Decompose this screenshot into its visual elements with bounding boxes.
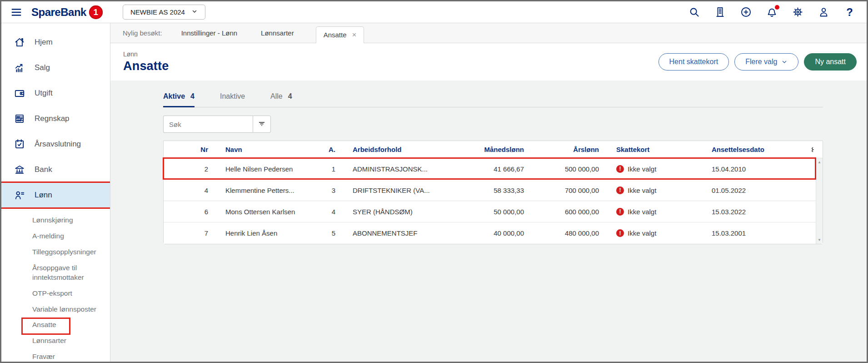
add-circle-icon[interactable] bbox=[740, 6, 752, 18]
home-icon bbox=[14, 36, 25, 48]
sidebar-item-salg[interactable]: Salg bbox=[1, 55, 110, 81]
cell-navn: Helle Nilsen Pedersen bbox=[212, 165, 314, 173]
column-header-manedslonn[interactable]: Månedslønn bbox=[453, 146, 528, 153]
column-header-navn[interactable]: Navn bbox=[212, 146, 314, 153]
table-body: 2Helle Nilsen Pedersen1ADMINISTRASJONSK.… bbox=[164, 158, 823, 244]
sidebar-subitem-lonnskjoring[interactable]: Lønnskjøring bbox=[1, 212, 110, 228]
cell-skattekort: !Ikke valgt bbox=[603, 229, 698, 237]
close-icon[interactable]: × bbox=[352, 30, 357, 40]
cell-arslonn: 500 000,00 bbox=[528, 165, 603, 173]
cell-ansettelsesdato: 15.03.2001 bbox=[698, 229, 812, 237]
cell-arbeidsforhold: SYER (HÅNDSØM) bbox=[339, 208, 453, 216]
cell-ansettelsesdato: 15.03.2022 bbox=[698, 208, 812, 216]
sidebar-subitem-tilleggsopplysninger[interactable]: Tilleggsopplysninger bbox=[1, 244, 110, 260]
column-settings-cell bbox=[812, 145, 827, 154]
sidebar-item-utgift[interactable]: Utgift bbox=[1, 81, 110, 106]
cell-arbeidsforhold: DRIFTSTEKNIKER (VA... bbox=[339, 187, 453, 194]
building-icon[interactable] bbox=[714, 6, 726, 18]
tab-count: 4 bbox=[190, 92, 195, 101]
sidebar-subitem-lonnsarter[interactable]: Lønnsarter bbox=[1, 333, 110, 349]
flere-valg-button[interactable]: Flere valg bbox=[734, 53, 798, 71]
cell-arbeidsforhold: ADMINISTRASJONSK... bbox=[339, 165, 453, 173]
sidebar-item-hjem[interactable]: Hjem bbox=[1, 30, 110, 55]
cell-manedslonn: 41 666,67 bbox=[453, 165, 528, 173]
menu-icon[interactable] bbox=[10, 6, 22, 18]
sparebank1-logo: SpareBank 1 bbox=[31, 5, 103, 19]
sidebar-item-label: Bank bbox=[35, 165, 52, 174]
sidebar-items: HjemSalgUtgiftRegnskapÅrsavslutningBankL… bbox=[1, 30, 110, 208]
sidebar-subitem-otp-eksport[interactable]: OTP-eksport bbox=[1, 286, 110, 302]
chevron-down-icon bbox=[781, 59, 788, 65]
scroll-up-icon[interactable]: ▲ bbox=[816, 160, 823, 164]
tab-aktive[interactable]: Aktive4 bbox=[163, 92, 195, 107]
cell-arslonn: 600 000,00 bbox=[528, 208, 603, 216]
table-scrollbar[interactable]: ▲ ▼ bbox=[816, 158, 823, 244]
breadcrumb: Lønn bbox=[123, 50, 169, 58]
column-header-ansettelsesdato[interactable]: Ansettelsesdato bbox=[698, 146, 812, 153]
column-header-a[interactable]: A. bbox=[314, 146, 339, 153]
recent-link-innstillinger-lonn[interactable]: Innstillinger - Lønn bbox=[181, 29, 237, 37]
tab-ansatte-label: Ansatte bbox=[324, 31, 347, 39]
table-row-employee-2[interactable]: 2Helle Nilsen Pedersen1ADMINISTRASJONSK.… bbox=[164, 158, 823, 180]
table-header-row: NrNavnA.ArbeidsforholdMånedslønnÅrslønnS… bbox=[164, 141, 823, 158]
cell-nr: 4 bbox=[164, 187, 212, 194]
page-title: Ansatte bbox=[123, 59, 169, 73]
table-row-employee-4[interactable]: 4Klemmentine Petters...3DRIFTSTEKNIKER (… bbox=[164, 180, 823, 201]
logo-badge: 1 bbox=[89, 5, 103, 19]
recent-links: Innstillinger - LønnLønnsarter bbox=[181, 29, 294, 37]
user-icon[interactable] bbox=[818, 6, 830, 18]
cell-nr: 2 bbox=[164, 165, 212, 173]
sales-icon bbox=[14, 62, 25, 74]
skattekort-status: Ikke valgt bbox=[628, 208, 656, 216]
cell-nr: 7 bbox=[164, 229, 212, 237]
column-header-arslonn[interactable]: Årslønn bbox=[528, 146, 603, 153]
tab-label: Inaktive bbox=[220, 92, 245, 101]
table-row-employee-6[interactable]: 6Mons Ottersen Karlsen4SYER (HÅNDSØM)50 … bbox=[164, 201, 823, 222]
sidebar-subitem-a-melding[interactable]: A-melding bbox=[1, 228, 110, 244]
hent-skattekort-button[interactable]: Hent skattekort bbox=[658, 53, 729, 71]
notifications-icon[interactable] bbox=[766, 6, 778, 18]
tab-inaktive[interactable]: Inaktive bbox=[220, 92, 245, 107]
column-header-arbeidsforhold[interactable]: Arbeidsforhold bbox=[339, 146, 453, 153]
sidebar: HjemSalgUtgiftRegnskapÅrsavslutningBankL… bbox=[1, 23, 110, 362]
flere-valg-label: Flere valg bbox=[745, 58, 777, 66]
column-header-skattekort[interactable]: Skattekort bbox=[603, 146, 698, 153]
sidebar-item-lonn[interactable]: Lønn bbox=[1, 182, 110, 208]
ny-ansatt-label: Ny ansatt bbox=[815, 58, 846, 66]
cell-a: 3 bbox=[314, 187, 339, 194]
chevron-down-icon bbox=[191, 8, 198, 16]
scroll-down-icon[interactable]: ▼ bbox=[816, 238, 823, 242]
recent-label: Nylig besøkt: bbox=[123, 29, 162, 37]
recent-link-lonnsarter[interactable]: Lønnsarter bbox=[261, 29, 294, 37]
search-icon[interactable] bbox=[688, 6, 700, 18]
cell-skattekort: !Ikke valgt bbox=[603, 187, 698, 194]
tabs-divider bbox=[163, 107, 823, 107]
sidebar-item-arsavslutning[interactable]: Årsavslutning bbox=[1, 131, 110, 157]
sidebar-subitem-arsoppgave-til-inntektsmottaker[interactable]: Årsoppgave til inntektsmottaker bbox=[1, 260, 110, 286]
company-year-selector[interactable]: NEWBIE AS 2024 bbox=[123, 5, 205, 20]
sidebar-subitem-variable-lonnsposter[interactable]: Variable lønnsposter bbox=[1, 302, 110, 318]
help-icon[interactable]: ? bbox=[843, 6, 856, 18]
topbar: SpareBank 1 NEWBIE AS 2024 ? bbox=[1, 1, 867, 23]
ny-ansatt-button[interactable]: Ny ansatt bbox=[804, 53, 857, 71]
tab-ansatte[interactable]: Ansatte × bbox=[316, 26, 364, 43]
settings-icon[interactable] bbox=[792, 6, 804, 18]
skattekort-status: Ikke valgt bbox=[628, 229, 656, 237]
payroll-icon bbox=[14, 189, 25, 201]
sidebar-subitem-ansatte[interactable]: Ansatte bbox=[1, 317, 110, 333]
gear-icon[interactable] bbox=[812, 145, 815, 154]
table-row-employee-7[interactable]: 7Henrik Lien Åsen5ABONNEMENTSJEF40 000,0… bbox=[164, 222, 823, 244]
search-input[interactable] bbox=[163, 116, 253, 133]
cell-navn: Henrik Lien Åsen bbox=[212, 229, 314, 237]
cell-arbeidsforhold: ABONNEMENTSJEF bbox=[339, 229, 453, 237]
sidebar-item-regnskap[interactable]: Regnskap bbox=[1, 106, 110, 131]
sidebar-item-bank[interactable]: Bank bbox=[1, 157, 110, 182]
employees-table: NrNavnA.ArbeidsforholdMånedslønnÅrslønnS… bbox=[163, 141, 823, 244]
sidebar-subitem-fravaer[interactable]: Fravær bbox=[1, 349, 110, 362]
cell-navn: Klemmentine Petters... bbox=[212, 187, 314, 194]
cell-manedslonn: 58 333,33 bbox=[453, 187, 528, 194]
tab-alle[interactable]: Alle4 bbox=[270, 92, 292, 107]
column-header-nr[interactable]: Nr bbox=[164, 146, 212, 153]
page-actions: Hent skattekort Flere valg Ny ansatt bbox=[658, 53, 857, 71]
filter-button[interactable] bbox=[253, 116, 271, 133]
